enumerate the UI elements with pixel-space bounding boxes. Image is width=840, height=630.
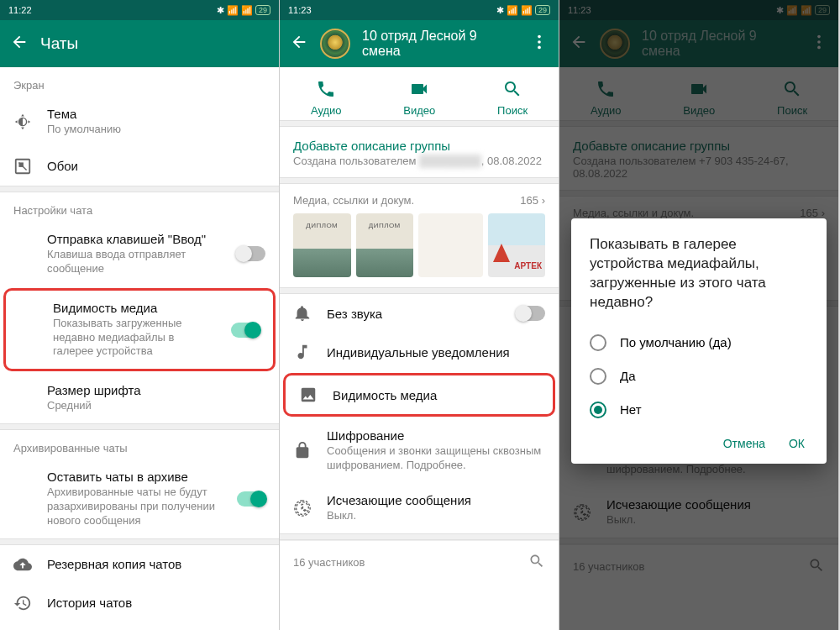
media-count[interactable]: 165 › <box>520 194 545 207</box>
custom-notif-row[interactable]: Индивидуальные уведомления <box>280 333 559 371</box>
enter-send-toggle[interactable] <box>237 246 265 261</box>
section-screen: Экран <box>0 67 279 97</box>
bell-icon <box>293 304 312 323</box>
history-icon <box>13 594 32 612</box>
back-icon[interactable] <box>290 33 308 55</box>
video-label: Видео <box>403 104 435 117</box>
status-time: 11:23 <box>288 5 496 15</box>
backup-row[interactable]: Резервная копия чатов <box>0 545 279 584</box>
mute-label: Без звука <box>327 307 501 321</box>
media-vis-label: Видимость медиа <box>333 388 539 402</box>
option-no[interactable]: Нет <box>590 393 808 427</box>
cloud-icon <box>13 555 32 574</box>
media-thumbnails[interactable] <box>280 213 559 287</box>
theme-title: Тема <box>47 107 265 121</box>
audio-label: Аудио <box>311 104 342 117</box>
option-yes-label: Да <box>620 369 636 383</box>
wallpaper-icon <box>13 157 32 176</box>
encryption-title: Шифрование <box>327 428 545 443</box>
thumbnail[interactable] <box>293 213 351 277</box>
option-no-label: Нет <box>620 402 642 417</box>
media-vis-toggle[interactable] <box>231 323 260 338</box>
option-yes[interactable]: Да <box>590 360 808 393</box>
radio-icon[interactable] <box>590 334 606 351</box>
encryption-row[interactable]: Шифрование Сообщения и звонки защищены с… <box>280 418 559 483</box>
font-size-sub: Средний <box>47 399 265 413</box>
participants-count: 16 участников <box>293 556 365 569</box>
lock-icon <box>293 441 312 459</box>
option-default-label: По умолчанию (да) <box>620 335 732 349</box>
option-default[interactable]: По умолчанию (да) <box>590 326 808 360</box>
media-vis-title: Видимость медиа <box>53 301 216 315</box>
theme-sub: По умолчанию <box>47 123 265 137</box>
brightness-icon <box>13 113 32 131</box>
history-row[interactable]: История чатов <box>0 584 279 622</box>
enter-send-title: Отправка клавишей "Ввод" <box>47 232 222 246</box>
thumbnail[interactable] <box>418 213 483 277</box>
note-icon <box>293 343 312 361</box>
mute-toggle[interactable] <box>517 306 545 321</box>
backup-label: Резервная копия чатов <box>47 557 265 571</box>
more-icon[interactable] <box>530 33 549 55</box>
search-label: Поиск <box>497 104 528 117</box>
disappearing-row[interactable]: Исчезающие сообщения Выкл. <box>280 483 559 533</box>
status-icons: ✱ 📶 📶29 <box>217 5 270 16</box>
custom-notif-label: Индивидуальные уведомления <box>327 345 545 360</box>
keep-archived-title: Оставить чаты в архиве <box>47 470 222 484</box>
created-info: Создана пользователем ████████, 08.08.20… <box>280 155 559 177</box>
keep-archived-sub: Архивированные чаты не будут разархивиро… <box>47 486 222 528</box>
font-size-title: Размер шрифта <box>47 383 265 397</box>
keep-archived-toggle[interactable] <box>237 491 265 507</box>
history-label: История чатов <box>47 596 265 610</box>
search-action[interactable]: Поиск <box>497 79 528 117</box>
group-title[interactable]: 10 отряд Лесной 9 смена <box>362 29 518 59</box>
keep-archived-row[interactable]: Оставить чаты в архиве Архивированные ча… <box>0 459 279 538</box>
radio-icon[interactable] <box>590 368 606 385</box>
thumbnail[interactable] <box>488 213 546 277</box>
cancel-button[interactable]: Отмена <box>723 437 765 450</box>
disappearing-title: Исчезающие сообщения <box>327 493 545 507</box>
group-avatar[interactable] <box>320 29 350 59</box>
encryption-sub: Сообщения и звонки защищены сквозным шиф… <box>327 444 545 473</box>
wallpaper-label: Обои <box>47 159 265 173</box>
status-icons: ✱ 📶 📶29 <box>496 5 550 16</box>
media-visibility-row[interactable]: Видимость медиа <box>286 375 553 414</box>
back-icon[interactable] <box>10 33 29 55</box>
media-vis-sub: Показывать загруженные недавно медиафайл… <box>53 317 216 360</box>
mute-row[interactable]: Без звука <box>280 294 559 333</box>
search-participants-icon[interactable] <box>528 553 545 572</box>
image-icon <box>299 386 318 404</box>
enter-send-row[interactable]: Отправка клавишей "Ввод" Клавиша ввода о… <box>0 222 279 286</box>
radio-icon[interactable] <box>590 402 606 418</box>
enter-send-sub: Клавиша ввода отправляет сообщение <box>47 248 222 276</box>
dialog-title: Показывать в галерее устройства медиафай… <box>590 235 808 312</box>
status-time: 11:22 <box>8 5 217 15</box>
disappearing-sub: Выкл. <box>327 509 545 523</box>
wallpaper-row[interactable]: Обои <box>0 147 279 186</box>
font-size-row[interactable]: Размер шрифта Средний <box>0 373 279 423</box>
timer-icon <box>293 499 312 517</box>
media-visibility-dialog: Показывать в галерее устройства медиафай… <box>571 218 827 464</box>
page-title: Чаты <box>40 34 269 53</box>
audio-action[interactable]: Аудио <box>311 79 342 117</box>
add-description[interactable]: Добавьте описание группы <box>280 127 559 155</box>
media-header: Медиа, ссылки и докум. <box>293 194 414 207</box>
video-action[interactable]: Видео <box>403 79 435 117</box>
section-archived: Архивированные чаты <box>0 430 279 459</box>
theme-row[interactable]: Тема По умолчанию <box>0 97 279 147</box>
media-visibility-row[interactable]: Видимость медиа Показывать загруженные н… <box>6 291 273 370</box>
ok-button[interactable]: ОК <box>789 437 805 450</box>
thumbnail[interactable] <box>356 213 414 277</box>
section-chat-settings: Настройки чата <box>0 192 279 222</box>
